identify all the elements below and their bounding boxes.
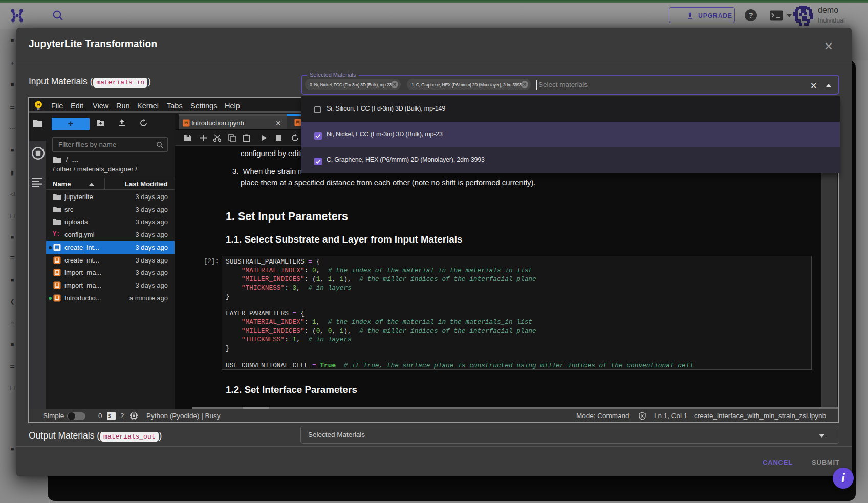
svg-text:$_: $_ xyxy=(108,414,114,419)
